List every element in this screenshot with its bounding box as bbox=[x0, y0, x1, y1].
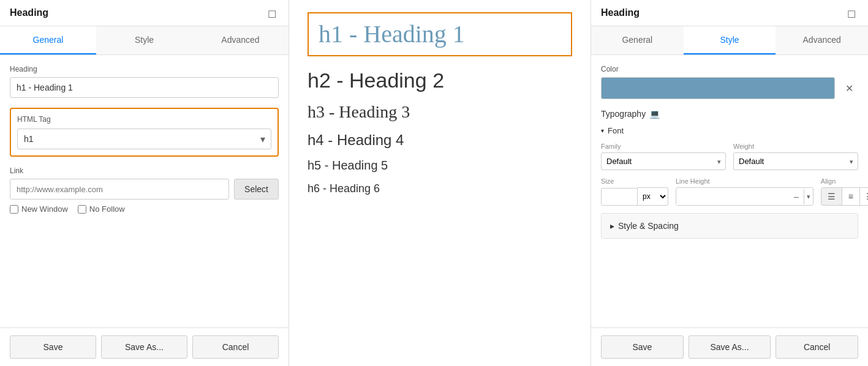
new-window-text: New Window bbox=[21, 204, 68, 214]
size-label: Size bbox=[601, 177, 668, 185]
html-tag-select-wrapper: h1 h2 h3 h4 h5 h6 div span p bbox=[17, 129, 271, 149]
monitor-icon: 💻 bbox=[649, 109, 660, 119]
left-panel-content: Heading HTML Tag h1 h2 h3 h4 h5 h6 div s… bbox=[0, 55, 289, 327]
right-tabs: General Style Advanced bbox=[591, 26, 868, 55]
cancel-button-left[interactable]: Cancel bbox=[192, 335, 279, 359]
heading-field-label: Heading bbox=[10, 65, 279, 73]
tab-advanced-right[interactable]: Advanced bbox=[776, 26, 868, 54]
color-field: Color ✕ bbox=[601, 65, 858, 99]
font-family-wrapper: Default bbox=[601, 152, 726, 170]
style-spacing-section: ▸ Style & Spacing bbox=[601, 213, 858, 239]
size-lineheight-align-row: Size px em rem % Line Height bbox=[601, 177, 858, 206]
right-panel-header: Heading ☐ bbox=[591, 0, 868, 26]
font-weight-label: Weight bbox=[733, 143, 858, 150]
size-input[interactable] bbox=[601, 188, 638, 206]
no-follow-text: No Follow bbox=[89, 204, 125, 214]
right-panel-content: Color ✕ Typography 💻 ▾ Font Family bbox=[591, 55, 868, 327]
right-panel-title: Heading bbox=[601, 7, 640, 18]
heading-input[interactable] bbox=[10, 77, 279, 98]
size-input-row: px em rem % bbox=[601, 187, 668, 206]
left-panel: Heading ☐ General Style Advanced Heading… bbox=[0, 0, 289, 366]
tab-style-left[interactable]: Style bbox=[96, 26, 192, 54]
style-spacing-label: Style & Spacing bbox=[618, 221, 679, 231]
color-swatch[interactable] bbox=[601, 77, 835, 99]
window-icon[interactable]: ☐ bbox=[268, 9, 279, 17]
preview-h3: h3 - Heading 3 bbox=[308, 100, 572, 124]
link-row: Select bbox=[10, 179, 279, 200]
checkbox-row: New Window No Follow bbox=[10, 204, 279, 214]
line-height-row: – ▾ bbox=[676, 187, 813, 206]
chevron-down-icon: ▾ bbox=[601, 127, 604, 134]
typography-header: Typography 💻 bbox=[601, 109, 858, 119]
tab-general-right[interactable]: General bbox=[591, 26, 684, 54]
preview-h6: h6 - Heading 6 bbox=[308, 180, 572, 198]
right-panel: Heading ☐ General Style Advanced Color ✕… bbox=[591, 0, 868, 366]
align-center-button[interactable]: ≡ bbox=[842, 188, 860, 205]
font-weight-field: Weight Default 100 400 700 bbox=[733, 143, 858, 170]
typography-label: Typography bbox=[601, 109, 646, 119]
line-height-input[interactable] bbox=[676, 189, 789, 205]
unit-select[interactable]: px em rem % bbox=[638, 187, 668, 206]
size-group: Size px em rem % bbox=[601, 177, 668, 206]
preview-h5: h5 - Heading 5 bbox=[308, 156, 572, 175]
align-label: Align bbox=[821, 177, 868, 185]
new-window-checkbox[interactable] bbox=[10, 205, 18, 214]
right-window-icon[interactable]: ☐ bbox=[847, 9, 858, 17]
right-panel-footer: Save Save As... Cancel bbox=[591, 327, 868, 366]
left-panel-header: Heading ☐ bbox=[0, 0, 289, 26]
color-clear-button[interactable]: ✕ bbox=[840, 79, 858, 97]
no-follow-label[interactable]: No Follow bbox=[78, 204, 125, 214]
new-window-label[interactable]: New Window bbox=[10, 204, 68, 214]
align-left-button[interactable]: ☰ bbox=[821, 188, 842, 205]
html-tag-label: HTML Tag bbox=[17, 115, 271, 124]
left-tabs: General Style Advanced bbox=[0, 26, 289, 55]
align-right-button[interactable]: ☰ bbox=[860, 188, 868, 205]
tab-style-right[interactable]: Style bbox=[684, 26, 776, 54]
font-family-label: Family bbox=[601, 143, 726, 150]
cancel-button-right[interactable]: Cancel bbox=[776, 335, 858, 359]
html-tag-select[interactable]: h1 h2 h3 h4 h5 h6 div span p bbox=[17, 129, 271, 149]
tab-advanced-left[interactable]: Advanced bbox=[192, 26, 289, 54]
align-group: Align ☰ ≡ ☰ bbox=[821, 177, 868, 206]
link-input[interactable] bbox=[10, 179, 229, 200]
style-spacing-header[interactable]: ▸ Style & Spacing bbox=[602, 214, 858, 238]
align-buttons: ☰ ≡ ☰ bbox=[821, 187, 868, 206]
font-family-weight-row: Family Default Weight Default 100 400 bbox=[601, 143, 858, 170]
left-panel-title: Heading bbox=[10, 7, 48, 18]
chevron-right-icon: ▸ bbox=[610, 221, 614, 231]
save-as-button-left[interactable]: Save As... bbox=[101, 335, 187, 359]
heading-field-group: Heading bbox=[10, 65, 279, 98]
save-button-left[interactable]: Save bbox=[10, 335, 96, 359]
font-weight-wrapper: Default 100 400 700 bbox=[733, 152, 858, 170]
color-row: ✕ bbox=[601, 77, 858, 99]
left-panel-footer: Save Save As... Cancel bbox=[0, 327, 289, 366]
preview-h1: h1 - Heading 1 bbox=[308, 12, 572, 56]
line-height-label: Line Height bbox=[676, 177, 813, 185]
select-button[interactable]: Select bbox=[234, 179, 279, 200]
font-family-select[interactable]: Default bbox=[601, 152, 726, 170]
font-weight-select[interactable]: Default 100 400 700 bbox=[733, 152, 858, 170]
font-family-field: Family Default bbox=[601, 143, 726, 170]
preview-h4: h4 - Heading 4 bbox=[308, 129, 572, 151]
center-preview: h1 - Heading 1 h2 - Heading 2 h3 - Headi… bbox=[289, 0, 591, 366]
line-height-dropdown-button[interactable]: ▾ bbox=[804, 189, 813, 204]
tab-general-left[interactable]: General bbox=[0, 26, 96, 54]
save-as-button-right[interactable]: Save As... bbox=[689, 335, 771, 359]
html-tag-group: HTML Tag h1 h2 h3 h4 h5 h6 div span p bbox=[10, 108, 279, 157]
font-section: ▾ Font Family Default Weight D bbox=[601, 126, 858, 206]
no-follow-checkbox[interactable] bbox=[78, 205, 86, 214]
save-button-right[interactable]: Save bbox=[601, 335, 684, 359]
link-field-group: Link Select New Window No Follow bbox=[10, 166, 279, 214]
line-height-minus-button[interactable]: – bbox=[789, 188, 804, 205]
font-section-header[interactable]: ▾ Font bbox=[601, 126, 858, 135]
color-label: Color bbox=[601, 65, 858, 73]
preview-h2: h2 - Heading 2 bbox=[308, 66, 572, 95]
line-height-group: Line Height – ▾ bbox=[676, 177, 813, 206]
font-section-label: Font bbox=[608, 126, 624, 135]
link-label: Link bbox=[10, 166, 279, 175]
